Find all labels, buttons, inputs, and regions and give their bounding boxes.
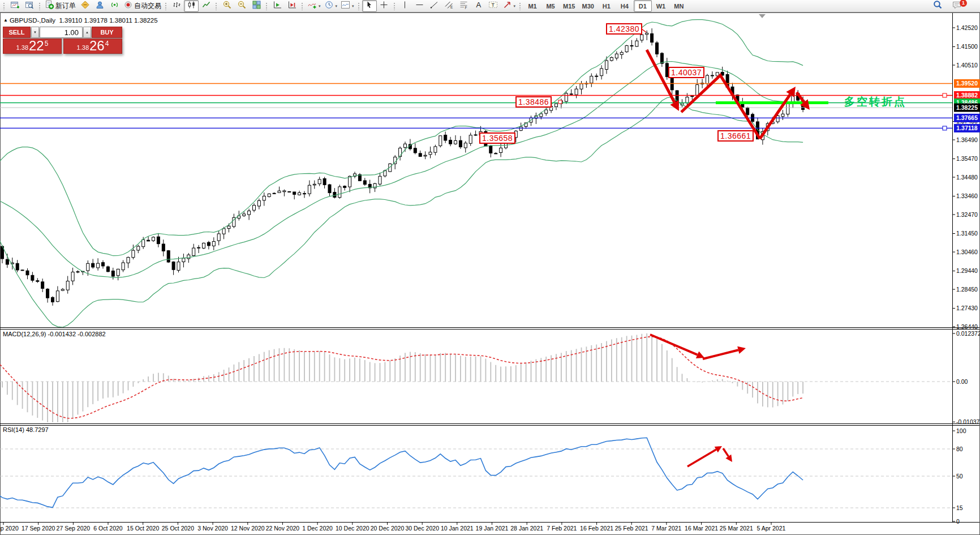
toolbar-group-handle[interactable] — [393, 2, 396, 10]
chat-button[interactable]: 1 — [949, 0, 964, 12]
price-annotation[interactable]: 1.40037 — [668, 67, 704, 78]
price-tick-label: 1.26440 — [956, 323, 978, 330]
price-annotation[interactable]: 1.36661 — [717, 130, 754, 142]
toolbar-candle-chart-button[interactable] — [184, 0, 199, 12]
candle-chart-icon — [187, 0, 196, 12]
price-annotation[interactable]: 1.42380 — [606, 23, 642, 35]
volume-decrease-button[interactable]: ▼ — [31, 27, 39, 38]
timeframe-mn-button[interactable]: MN — [670, 0, 688, 12]
date-tick-label: 7 Mar 2021 — [651, 525, 681, 532]
price-annotation[interactable]: 1.38486 — [515, 96, 552, 108]
toolbar-cursor-button[interactable] — [362, 0, 377, 12]
volume-increase-button[interactable]: ▲ — [83, 27, 91, 38]
date-tick-label: 6 Oct 2020 — [93, 525, 123, 532]
date-tick-label: 8 Sep 2020 — [0, 525, 19, 532]
toolbar-vertical-line-button[interactable] — [398, 0, 412, 12]
buy-button[interactable]: BUY — [92, 27, 122, 38]
rsi-tick-label: 100 — [956, 427, 966, 434]
toolbar-new-order-button[interactable]: 新订单 — [43, 0, 78, 12]
timeframe-m5-button[interactable]: M5 — [541, 0, 560, 12]
toolbar-crosshair-button[interactable] — [377, 0, 392, 12]
timeframe-m1-button[interactable]: M1 — [523, 0, 541, 12]
toolbar-zoom-in-button[interactable] — [220, 0, 234, 12]
annotation-anchor-square[interactable] — [558, 100, 562, 104]
svg-text:T: T — [492, 2, 495, 8]
date-tick-label: 15 Oct 2020 — [127, 525, 159, 532]
toolbar-group-handle[interactable] — [215, 2, 218, 10]
cursor-icon — [364, 0, 374, 12]
date-tick-label: 10 Jan 2021 — [441, 525, 474, 532]
chart-canvas[interactable]: 1.425201.415001.405101.374801.364901.354… — [0, 0, 980, 535]
toolbar-metaeditor-button[interactable] — [78, 0, 92, 12]
collapse-icon[interactable]: ▲ — [3, 18, 8, 23]
buy-price-small: 1.38 — [77, 44, 89, 51]
timeframe-m15-button[interactable]: M15 — [560, 0, 578, 12]
profiles-icon — [25, 0, 35, 12]
toolbar-community-button[interactable] — [92, 0, 107, 12]
date-tick-label: 1 Dec 2020 — [302, 525, 333, 532]
price-badge-label: 1.38882 — [956, 92, 978, 99]
bar-chart-icon — [172, 0, 182, 12]
search-button[interactable] — [930, 0, 945, 12]
toolbar-group-handle[interactable] — [265, 2, 268, 10]
macd-tick-label: -0.010374 — [956, 418, 980, 425]
price-badge-label: 1.39520 — [956, 80, 978, 87]
rsi-tick-label: 50 — [956, 473, 963, 480]
toolbar-tile-windows-button[interactable] — [249, 0, 264, 12]
toolbar-group-handle[interactable] — [3, 2, 6, 10]
fibonacci-icon: F — [459, 0, 468, 12]
toolbar-templates-button[interactable]: ▾ — [339, 0, 356, 12]
metaeditor-icon — [80, 0, 90, 12]
rsi-label: RSI(14) 48.7297 — [3, 426, 49, 433]
date-tick-label: 25 Oct 2020 — [162, 525, 194, 532]
sell-button[interactable]: SELL — [3, 27, 31, 38]
toolbar-arrows-button[interactable]: ▾ — [501, 0, 518, 12]
buy-price-button[interactable]: 1.38264 — [63, 38, 122, 54]
toolbar-group-handle[interactable] — [165, 2, 167, 10]
timeframe-w1-button[interactable]: W1 — [652, 0, 670, 12]
toolbar-zoom-out-button[interactable] — [234, 0, 249, 12]
vertical-line-icon — [400, 0, 410, 12]
price-annotation[interactable]: 1.35658 — [479, 132, 515, 144]
macd-tick-label: 0.012372 — [956, 330, 980, 337]
toolbar-chart-shift-button[interactable] — [285, 0, 299, 12]
price-tick-label: 1.30460 — [956, 249, 978, 255]
toolbar-bar-chart-button[interactable] — [169, 0, 184, 12]
toolbar-fibonacci-button[interactable]: F — [457, 0, 471, 12]
chart-window-border — [1, 13, 980, 535]
timeframe-h1-button[interactable]: H1 — [598, 0, 616, 12]
toolbar-trend-line-button[interactable] — [427, 0, 442, 12]
date-tick-label: 28 Jan 2021 — [510, 525, 543, 532]
periods-icon — [324, 0, 334, 12]
toolbar-signals-button[interactable] — [107, 0, 122, 12]
toolbar-group-handle[interactable] — [301, 2, 304, 10]
toolbar-line-chart-button[interactable] — [199, 0, 213, 12]
timeframe-h4-button[interactable]: H4 — [616, 0, 634, 12]
toolbar-text-label-button[interactable]: T — [486, 0, 501, 12]
date-tick-label: 16 Mar 2021 — [685, 525, 718, 532]
rsi-tick-label: 0 — [956, 518, 960, 525]
toolbar-equidistant-channel-button[interactable]: E — [442, 0, 457, 12]
toolbar-text-button[interactable]: A — [471, 0, 486, 12]
toolbar-periods-button[interactable]: ▾ — [323, 0, 339, 12]
volume-input[interactable]: 1.00 — [40, 27, 83, 38]
price-tick-label: 1.36490 — [956, 136, 978, 143]
toolbar-autotrading-button[interactable]: 自动交易 — [122, 0, 163, 12]
toolbar-horizontal-line-button[interactable] — [412, 0, 427, 12]
zoom-in-icon — [222, 0, 232, 12]
macd-label: MACD(12,26,9) -0.001432 -0.002882 — [3, 331, 106, 337]
toolbar-indicators-button[interactable]: ▾ — [306, 0, 323, 12]
turning-point-label[interactable]: 多空转折点 — [844, 95, 906, 109]
toolbar-group-handle[interactable] — [519, 2, 522, 10]
sell-price-button[interactable]: 1.38225 — [3, 38, 62, 54]
toolbar-new-chart-button[interactable] — [7, 0, 22, 12]
horizontal-line-icon — [415, 0, 424, 12]
toolbar-group-handle[interactable] — [38, 2, 41, 10]
toolbar-group-handle[interactable] — [358, 2, 360, 10]
toolbar-profiles-button[interactable] — [22, 0, 37, 12]
timeframe-m30-button[interactable]: M30 — [578, 0, 597, 12]
timeframe-d1-button[interactable]: D1 — [634, 0, 652, 12]
zoom-out-icon — [237, 0, 247, 12]
price-tick-label: 1.40510 — [956, 62, 978, 69]
toolbar-auto-scroll-button[interactable] — [270, 0, 285, 12]
